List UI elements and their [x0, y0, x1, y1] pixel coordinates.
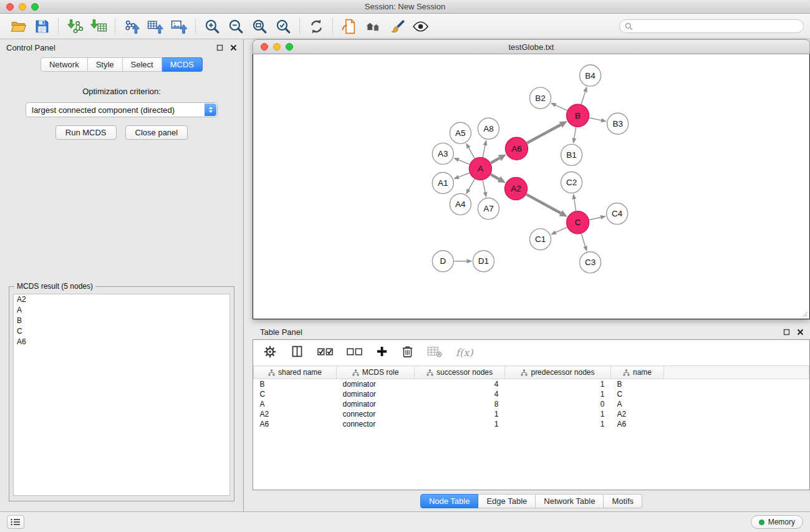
column-header-mcds-role[interactable]: MCDS role: [337, 366, 415, 379]
zoom-selected-button[interactable]: [271, 15, 295, 37]
search-input[interactable]: [636, 22, 798, 31]
network-window-titlebar[interactable]: testGlobe.txt: [253, 39, 810, 54]
graph-edge-C-C2[interactable]: [574, 199, 576, 211]
table-cell[interactable]: connector: [337, 409, 415, 419]
graph-edge-A-A8[interactable]: [483, 145, 485, 157]
mcds-result-list[interactable]: A2ABCA6: [13, 294, 230, 496]
close-panel-icon[interactable]: [230, 44, 237, 51]
table-cell[interactable]: 4: [415, 389, 505, 399]
table-cell[interactable]: A: [254, 399, 337, 409]
table-cell[interactable]: A6: [254, 419, 337, 429]
network-graph[interactable]: B4B2BB3A5A8A6B1A3AC2A1A2A4A7C4CC1C3DD1: [253, 54, 809, 319]
table-cell[interactable]: 1: [505, 389, 611, 399]
clear-selection-button[interactable]: [347, 347, 362, 359]
control-tab-network[interactable]: Network: [41, 57, 88, 72]
open-session-button[interactable]: [6, 15, 30, 37]
graph-edge-A-A1[interactable]: [459, 173, 470, 177]
memory-button[interactable]: Memory: [751, 515, 803, 529]
mcds-result-item[interactable]: B: [14, 316, 229, 326]
table-row[interactable]: A6connector11A6: [254, 419, 809, 429]
table-cell[interactable]: connector: [337, 419, 415, 429]
create-column-button[interactable]: [376, 346, 388, 360]
float-panel-icon[interactable]: [216, 44, 223, 51]
zoom-fit-button[interactable]: [248, 15, 271, 37]
graph-edge-C-C3[interactable]: [581, 234, 585, 246]
graph-edge-A-A7[interactable]: [483, 180, 485, 192]
save-session-button[interactable]: [30, 15, 54, 37]
table-cell[interactable]: dominator: [337, 389, 415, 399]
graphics-details-button[interactable]: [385, 15, 408, 37]
control-tab-select[interactable]: Select: [123, 57, 162, 72]
table-tab-motifs[interactable]: Motifs: [604, 494, 642, 508]
select-all-button[interactable]: [317, 347, 333, 359]
graph-edge-C-C1[interactable]: [556, 227, 567, 232]
control-tab-style[interactable]: Style: [88, 57, 123, 72]
zoom-out-button[interactable]: [224, 15, 248, 37]
table-cell[interactable]: 8: [415, 399, 505, 409]
table-cell[interactable]: A2: [254, 409, 337, 419]
export-table-button[interactable]: [143, 15, 167, 37]
criterion-dropdown[interactable]: largest connected component (directed): [26, 102, 218, 117]
run-mcds-button[interactable]: Run MCDS: [55, 125, 117, 140]
maximize-network-window-button[interactable]: [286, 43, 293, 51]
table-row[interactable]: Cdominator41C: [254, 389, 809, 399]
table-cell[interactable]: C: [611, 389, 664, 399]
close-network-window-button[interactable]: [261, 43, 268, 51]
table-cell[interactable]: 0: [505, 399, 611, 409]
column-header-successor-nodes[interactable]: successor nodes: [415, 366, 505, 379]
table-cell[interactable]: A6: [611, 419, 664, 429]
table-cell[interactable]: 1: [505, 379, 611, 389]
import-table-button[interactable]: [87, 15, 110, 37]
table-cell[interactable]: dominator: [337, 379, 415, 389]
graph-edge-A-A6[interactable]: [491, 158, 499, 163]
graph-edge-B-B4[interactable]: [581, 92, 585, 104]
mcds-result-item[interactable]: A6: [14, 337, 229, 347]
table-cell[interactable]: 1: [505, 409, 611, 419]
table-row[interactable]: Bdominator41B: [254, 379, 809, 389]
table-cell[interactable]: 1: [505, 419, 611, 429]
import-network-button[interactable]: [63, 15, 87, 37]
graph-edge-A6-B[interactable]: [527, 125, 561, 143]
close-window-button[interactable]: [6, 3, 14, 11]
table-cell[interactable]: 4: [415, 379, 505, 389]
close-panel-button[interactable]: Close panel: [125, 125, 188, 140]
table-settings-button[interactable]: [263, 345, 277, 361]
table-cell[interactable]: 1: [415, 409, 505, 419]
zoom-in-button[interactable]: [200, 15, 224, 37]
refresh-view-button[interactable]: [304, 15, 328, 37]
column-header-shared-name[interactable]: shared name: [254, 366, 337, 379]
function-builder-button[interactable]: f(x): [456, 347, 473, 359]
delete-column-button[interactable]: [402, 345, 413, 360]
mcds-result-item[interactable]: A2: [14, 294, 229, 305]
minimize-window-button[interactable]: [19, 3, 26, 11]
show-network-overview-button[interactable]: [361, 15, 385, 37]
graph-edge-A-A2[interactable]: [491, 175, 499, 180]
export-network-button[interactable]: [120, 15, 143, 37]
table-row[interactable]: A2connector11A2: [254, 409, 809, 419]
control-tab-mcds[interactable]: MCDS: [162, 57, 203, 72]
resize-handle[interactable]: [802, 311, 808, 317]
graph-edge-A-A5[interactable]: [469, 148, 475, 158]
mcds-result-item[interactable]: C: [14, 326, 229, 337]
show-hide-details-button[interactable]: [408, 15, 432, 37]
graph-edge-A2-C[interactable]: [526, 195, 561, 213]
show-columns-button[interactable]: [291, 345, 304, 360]
table-cell[interactable]: B: [611, 379, 664, 389]
column-header-predecessor-nodes[interactable]: predecessor nodes: [505, 366, 611, 379]
minimize-network-window-button[interactable]: [273, 43, 281, 51]
table-cell[interactable]: A2: [611, 409, 664, 419]
node-table-area[interactable]: shared nameMCDS rolesuccessor nodesprede…: [253, 365, 809, 490]
table-cell[interactable]: A: [611, 399, 664, 409]
network-canvas[interactable]: B4B2BB3A5A8A6B1A3AC2A1A2A4A7C4CC1C3DD1: [253, 54, 810, 319]
graph-edge-C-C4[interactable]: [589, 217, 600, 220]
table-tab-edge-table[interactable]: Edge Table: [478, 494, 536, 508]
float-table-panel-icon[interactable]: [783, 329, 790, 336]
open-recent-button[interactable]: [337, 15, 361, 37]
table-cell[interactable]: C: [254, 389, 337, 399]
close-table-panel-icon[interactable]: [797, 329, 804, 336]
table-cell[interactable]: 1: [415, 419, 505, 429]
task-history-button[interactable]: [7, 515, 24, 529]
table-tab-node-table[interactable]: Node Table: [420, 494, 479, 508]
graph-edge-B-B1[interactable]: [574, 127, 576, 138]
mcds-result-item[interactable]: A: [14, 305, 229, 316]
